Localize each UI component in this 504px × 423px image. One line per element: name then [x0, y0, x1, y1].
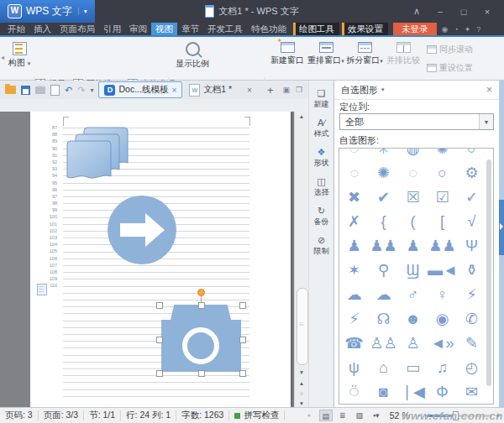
goto-select[interactable]: 全部 ▼ — [339, 113, 494, 130]
shape-cell[interactable]: ☒ — [398, 185, 428, 210]
panel-scrollbar-thumb[interactable] — [486, 159, 491, 386]
shape-cell[interactable]: ⍥ — [339, 380, 369, 405]
sidebar-item[interactable]: ◫ 选择 — [309, 176, 333, 198]
context-tab[interactable]: 绘图工具 — [293, 23, 339, 35]
status-item[interactable]: 行: 24 列: 1 — [121, 410, 176, 421]
close-tab-icon[interactable]: × — [247, 86, 252, 95]
more-views-icon[interactable]: ▪▾ — [370, 410, 383, 421]
print-preview-icon[interactable] — [50, 85, 60, 96]
page[interactable]: 8788899091929394959697989910010110210310… — [30, 112, 291, 407]
sync-command-button[interactable]: 同步滚动 — [427, 44, 473, 55]
window-control-button[interactable]: − — [428, 7, 452, 17]
shape-cell[interactable]: ✆ — [457, 307, 486, 332]
ribbon-scroll-left-icon[interactable]: ◂ — [1, 54, 4, 61]
window-control-button[interactable]: □ — [452, 7, 475, 17]
shape-cell[interactable]: ◍ — [398, 148, 428, 161]
menubar-icon[interactable]: ✦ — [465, 25, 471, 34]
shape-cell[interactable]: ψ — [339, 356, 369, 380]
next-page-icon[interactable]: ▼ — [295, 400, 308, 406]
right-arrow-circle-shape[interactable] — [108, 196, 176, 264]
shape-cell[interactable]: ○ — [428, 161, 457, 185]
shape-cell[interactable]: ♫ — [428, 356, 457, 380]
shape-cell[interactable]: ✗ — [339, 210, 369, 234]
shape-cell[interactable]: ✺ — [369, 161, 398, 185]
menu-tab[interactable]: 插入 — [29, 23, 55, 35]
shape-cell[interactable]: ☊ — [369, 307, 398, 332]
zoom-slider[interactable] — [425, 410, 492, 421]
menu-tab[interactable]: 特色功能 — [247, 23, 291, 35]
selection-handle[interactable] — [239, 302, 246, 309]
undo-icon[interactable]: ↶ — [65, 85, 72, 96]
selection-handle[interactable] — [156, 370, 163, 377]
selection-handle[interactable] — [239, 337, 246, 343]
new-tab-button[interactable]: + — [267, 84, 274, 97]
shape-cell[interactable]: ☻☺ — [398, 307, 428, 332]
menubar-icon[interactable]: ? — [476, 25, 480, 34]
print-icon[interactable] — [35, 86, 45, 94]
zoom-in-button[interactable]: + — [496, 410, 501, 420]
page-view-icon[interactable]: ▤ — [319, 410, 333, 421]
shape-cell[interactable]: Ϣ — [398, 258, 428, 283]
shape-cell[interactable]: Φ — [428, 380, 457, 405]
shape-cell[interactable]: ☎ — [339, 332, 369, 356]
shape-cell[interactable]: ♟ — [398, 234, 428, 258]
selection-handle[interactable] — [156, 302, 163, 309]
shape-cell[interactable]: ♙ — [398, 332, 428, 356]
selection-handle[interactable] — [198, 302, 205, 309]
shape-cell[interactable]: ⚱ — [457, 258, 486, 283]
window-restore-icon[interactable]: ❐ — [296, 86, 302, 94]
context-tab[interactable]: 效果设置 — [342, 23, 388, 35]
pane-layout-icon[interactable]: ▣ — [282, 86, 290, 94]
slider-thumb[interactable] — [453, 411, 459, 420]
menu-tab[interactable]: 视图 — [151, 23, 177, 35]
sidebar-item[interactable]: ❖ 形状 — [309, 147, 333, 169]
fullscreen-view-icon[interactable]: ▫ — [302, 410, 316, 421]
sidebar-item[interactable]: ⊘ 限制 — [309, 235, 333, 257]
shape-cell[interactable]: ⚡ — [457, 283, 486, 307]
menu-tab[interactable]: 引用 — [99, 23, 125, 35]
close-tab-icon[interactable]: × — [171, 86, 176, 95]
shape-cell[interactable]: ✳ — [369, 148, 398, 161]
rotation-handle[interactable] — [197, 289, 205, 296]
shape-cell[interactable]: ✺ — [428, 148, 457, 161]
menubar-icon[interactable]: ◔ — [454, 25, 458, 34]
window-command-button[interactable]: 重排窗口▾ — [307, 40, 345, 66]
shape-cell[interactable]: { — [369, 210, 398, 234]
shape-cell[interactable]: Ψ — [457, 234, 486, 258]
shape-cell[interactable]: ♀ — [428, 283, 457, 307]
shape-cell[interactable]: ☑ — [428, 185, 457, 210]
shape-cell[interactable]: ⚡ — [339, 307, 369, 332]
open-folder-icon[interactable] — [5, 86, 16, 94]
spellcheck-status[interactable]: 拼写检查 — [229, 410, 284, 421]
selection-handle[interactable] — [239, 370, 246, 377]
shape-cell[interactable]: ✶ — [339, 258, 369, 283]
zoom-button[interactable]: 显示比例 — [173, 42, 212, 70]
document-map-button[interactable]: 构图 ▾ — [5, 42, 34, 69]
chevron-down-icon[interactable]: ▾ — [381, 86, 385, 93]
window-command-button[interactable]: 新建窗口 — [268, 40, 307, 66]
zoom-out-button[interactable]: − — [417, 410, 422, 420]
menu-tab[interactable]: 开始 — [3, 23, 29, 35]
shape-cell[interactable]: ◉ — [428, 307, 457, 332]
panel-collapse-strip[interactable] — [499, 81, 504, 407]
document-canvas[interactable]: 8788899091929394959697989910010110210310… — [0, 112, 308, 407]
menu-tab[interactable]: 页面布局 — [55, 23, 99, 35]
page-up-icon[interactable]: ▲ — [295, 380, 308, 386]
status-item[interactable]: 节: 1/1 — [84, 410, 120, 421]
shape-cell[interactable]: ✖ — [339, 185, 369, 210]
status-item[interactable]: 页面: 3/3 — [39, 410, 83, 421]
sync-command-button[interactable]: 重设位置 — [427, 62, 473, 74]
redo-icon[interactable]: ↷ — [77, 85, 85, 96]
shape-cell[interactable]: ✔ — [369, 185, 398, 210]
save-icon[interactable] — [21, 86, 30, 95]
web-view-icon[interactable]: ▧ — [353, 410, 366, 421]
document-tab-template[interactable]: D Doc...线模板 × — [98, 81, 182, 98]
selection-handle[interactable] — [156, 337, 163, 343]
close-panel-icon[interactable]: × — [486, 84, 492, 96]
shape-cell[interactable]: ♟ — [339, 234, 369, 258]
shape-cell[interactable]: ♟♟ — [428, 234, 457, 258]
sidebar-item[interactable]: ↻ 备份 — [309, 206, 333, 227]
status-item[interactable]: 页码: 3 — [0, 410, 38, 421]
shape-cell[interactable]: ♟♟ — [369, 234, 398, 258]
menubar-icon[interactable]: ◉ — [442, 25, 449, 34]
